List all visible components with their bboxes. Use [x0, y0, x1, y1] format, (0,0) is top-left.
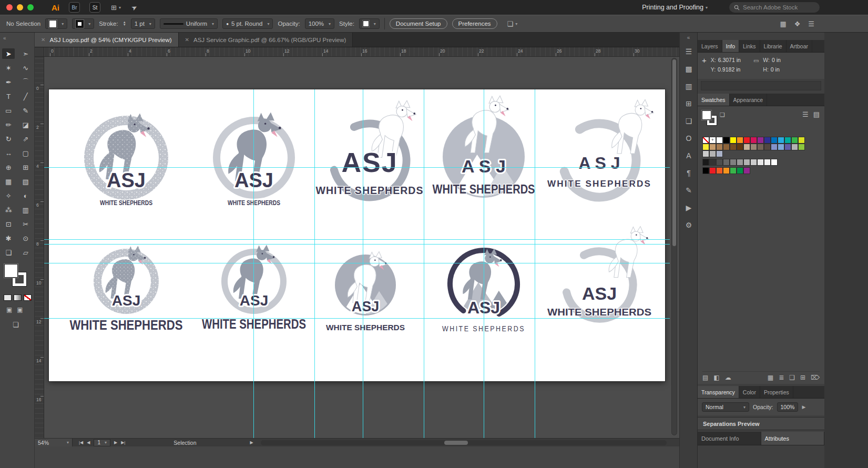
vertical-ruler[interactable]: 0246810121416 — [35, 57, 44, 438]
color-swatch[interactable] — [709, 159, 716, 166]
horizontal-ruler[interactable]: 024681012141618202224262830 — [44, 47, 679, 57]
draw-behind-icon[interactable]: ▣ — [17, 306, 23, 313]
color-swatch[interactable] — [798, 137, 805, 144]
none-button[interactable] — [24, 294, 32, 301]
list-view-icon[interactable]: ☰ — [802, 110, 809, 118]
color-swatch[interactable] — [730, 144, 737, 150]
artboard-tool[interactable]: ⊡ — [2, 219, 15, 229]
logo-7[interactable]: ASJWHITE SHEPHERDS — [191, 202, 317, 360]
draw-normal-icon[interactable]: ▣ — [6, 306, 12, 313]
minimize-window-button[interactable] — [17, 4, 23, 11]
rectangle-tool[interactable]: ▭ — [2, 105, 15, 116]
artboard[interactable]: ASJWHITE SHEPHERDSASJWHITE SHEPHERDSASJW… — [49, 89, 665, 381]
expand-panels-icon[interactable]: « — [680, 33, 697, 43]
share-icon[interactable]: ➤ — [131, 4, 137, 12]
bridge-icon[interactable]: Br — [69, 2, 80, 13]
color-swatch[interactable] — [730, 167, 737, 174]
hand-tool[interactable]: ✱ — [2, 233, 15, 243]
color-swatch[interactable] — [743, 159, 750, 166]
next-artboard-icon[interactable]: ▶ — [114, 440, 117, 445]
gradient-tool[interactable]: ▧ — [19, 176, 32, 187]
guide[interactable] — [484, 89, 484, 438]
color-swatch[interactable] — [702, 167, 709, 174]
guide[interactable] — [43, 244, 670, 245]
add-from-cc-icon[interactable]: ☁ — [725, 374, 731, 381]
blend-mode-select[interactable]: Normal▾ — [702, 402, 749, 412]
color-swatch[interactable] — [764, 144, 771, 150]
fill-color-proxy[interactable] — [4, 264, 18, 278]
color-panel-icon[interactable]: ▩ — [680, 60, 698, 77]
paintbrush-tool[interactable]: ✎ — [19, 105, 32, 116]
horizontal-scrollbar[interactable] — [261, 440, 667, 445]
color-swatch[interactable] — [723, 144, 730, 150]
panel-menu-icon[interactable]: ☰ — [680, 43, 698, 60]
color-swatch[interactable] — [764, 137, 771, 144]
swatch-themes-icon[interactable]: ◧ — [713, 374, 719, 381]
swatch-options-icon[interactable]: ≣ — [779, 374, 784, 381]
width-profile-select[interactable]: ●5 pt. Round▾ — [222, 18, 273, 29]
perspective-grid-tool[interactable]: ⊞ — [19, 162, 32, 172]
color-swatch[interactable] — [737, 137, 743, 144]
color-swatch[interactable] — [737, 159, 743, 166]
color-swatch[interactable] — [750, 144, 757, 150]
panel-opacity-value[interactable]: 100% — [777, 402, 799, 412]
screen-mode-icon[interactable]: ❏ — [13, 321, 19, 329]
panel-tab-links[interactable]: Links — [739, 40, 760, 52]
collapse-tools-icon[interactable]: « — [3, 35, 6, 41]
line-segment-tool[interactable]: ╱ — [19, 91, 32, 101]
rotate-tool[interactable]: ↻ — [2, 134, 15, 144]
panel-tab-transparency[interactable]: Transparency — [698, 386, 739, 398]
slice-tool[interactable]: ✂ — [19, 219, 32, 229]
status-menu-icon[interactable]: ▶ — [250, 440, 253, 445]
color-swatch[interactable] — [764, 159, 771, 166]
color-swatch[interactable] — [730, 159, 737, 166]
brush-definition-select[interactable]: Uniform▾ — [160, 18, 218, 29]
style-select[interactable]: ▾ — [359, 18, 380, 29]
logo-10[interactable]: ASJWHITE SHEPHERDS — [536, 206, 662, 364]
scale-tool[interactable]: ⇗ — [19, 134, 32, 144]
eraser-tool[interactable]: ◪ — [19, 119, 32, 130]
lasso-tool[interactable]: ∿ — [19, 63, 32, 73]
stroke-weight-select[interactable]: 1 pt▾ — [131, 18, 155, 29]
swatch-libraries-icon[interactable]: ▤ — [702, 374, 708, 381]
guide[interactable] — [43, 318, 670, 319]
color-swatch[interactable] — [791, 144, 798, 150]
color-swatch[interactable] — [771, 137, 778, 144]
color-swatch[interactable] — [743, 137, 750, 144]
color-swatch[interactable] — [716, 137, 723, 144]
paragraph-panel-icon[interactable]: ¶ — [680, 164, 698, 181]
color-swatch[interactable] — [750, 159, 757, 166]
logo-6[interactable]: ASJWHITE SHEPHERDS — [63, 202, 189, 360]
panel-tab-info[interactable]: Info — [722, 40, 740, 52]
blend-tool[interactable]: ◐ — [19, 190, 32, 201]
color-guide-panel-icon[interactable]: ▥ — [680, 77, 698, 95]
stroke-weight-stepper[interactable]: ▲▼ — [123, 21, 126, 26]
color-swatch[interactable] — [716, 159, 723, 166]
horizontal-scroll-thumb[interactable] — [444, 441, 468, 445]
document-tab[interactable]: ✕ASJ Logos.pdf @ 54% (CMYK/GPU Preview) — [35, 33, 179, 47]
guide[interactable] — [535, 89, 535, 438]
mesh-tool[interactable]: ▦ — [2, 176, 15, 187]
color-swatch[interactable] — [709, 167, 716, 174]
canvas[interactable]: ASJWHITE SHEPHERDSASJWHITE SHEPHERDSASJW… — [35, 57, 679, 438]
color-swatch[interactable] — [778, 137, 784, 144]
color-swatch[interactable] — [702, 150, 709, 157]
align-options-icon[interactable]: ❏▾ — [507, 20, 518, 28]
arrange-icon[interactable]: ⊞▾ — [111, 4, 121, 12]
artboard-number-select[interactable]: 1▾ — [94, 439, 110, 446]
color-swatch[interactable] — [771, 159, 778, 166]
panel-tab-documentinfo[interactable]: Document Info — [698, 432, 761, 445]
panel-tab-layers[interactable]: Layers — [698, 40, 722, 52]
panel-tab-properties[interactable]: Properties — [760, 386, 793, 398]
color-swatch[interactable] — [709, 144, 716, 150]
actions-panel-icon[interactable]: ▶ — [680, 199, 698, 216]
color-swatch[interactable] — [702, 159, 709, 166]
zoom-window-button[interactable] — [27, 4, 34, 11]
separations-preview-header[interactable]: Separations Preview — [698, 417, 824, 430]
stroke-panel-icon[interactable]: O — [680, 129, 698, 147]
shape-mode-tool[interactable]: ❏ — [2, 247, 15, 258]
guide[interactable] — [253, 89, 254, 438]
color-swatch[interactable] — [798, 144, 805, 150]
none-swatch[interactable] — [702, 137, 709, 144]
free-transform-tool[interactable]: ▢ — [19, 148, 32, 158]
